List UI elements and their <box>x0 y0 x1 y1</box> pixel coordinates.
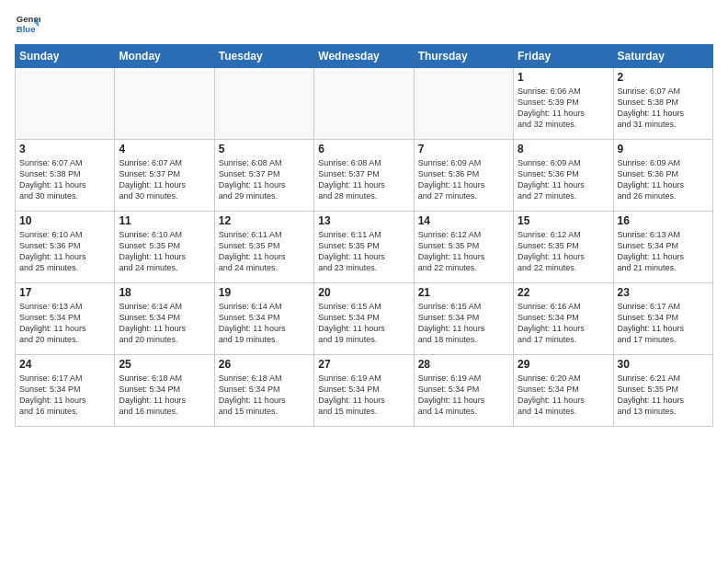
calendar-cell: 2Sunrise: 6:07 AM Sunset: 5:38 PM Daylig… <box>613 68 712 140</box>
calendar-cell: 5Sunrise: 6:08 AM Sunset: 5:37 PM Daylig… <box>214 140 313 212</box>
calendar-cell: 19Sunrise: 6:14 AM Sunset: 5:34 PM Dayli… <box>214 283 313 355</box>
day-info: Sunrise: 6:09 AM Sunset: 5:36 PM Dayligh… <box>418 157 509 202</box>
logo-icon: General Blue <box>15 11 40 37</box>
weekday-header-row: SundayMondayTuesdayWednesdayThursdayFrid… <box>16 45 713 68</box>
day-number: 10 <box>19 214 110 227</box>
day-info: Sunrise: 6:06 AM Sunset: 5:39 PM Dayligh… <box>518 86 609 131</box>
day-number: 3 <box>19 143 110 155</box>
day-number: 16 <box>618 214 709 227</box>
day-number: 21 <box>418 286 509 299</box>
day-number: 6 <box>318 143 409 155</box>
day-info: Sunrise: 6:16 AM Sunset: 5:34 PM Dayligh… <box>518 301 609 346</box>
day-number: 9 <box>618 143 709 155</box>
svg-text:Blue: Blue <box>17 24 36 34</box>
day-info: Sunrise: 6:14 AM Sunset: 5:34 PM Dayligh… <box>219 301 310 346</box>
calendar-page: General Blue SundayMondayTuesdayWednesda… <box>0 0 728 563</box>
calendar-cell: 11Sunrise: 6:10 AM Sunset: 5:35 PM Dayli… <box>115 212 214 283</box>
week-row-5: 24Sunrise: 6:17 AM Sunset: 5:34 PM Dayli… <box>16 355 713 427</box>
calendar-cell: 7Sunrise: 6:09 AM Sunset: 5:36 PM Daylig… <box>414 140 513 212</box>
day-info: Sunrise: 6:19 AM Sunset: 5:34 PM Dayligh… <box>318 373 409 418</box>
day-number: 1 <box>518 71 609 84</box>
day-number: 19 <box>219 286 310 299</box>
day-info: Sunrise: 6:17 AM Sunset: 5:34 PM Dayligh… <box>19 373 110 418</box>
calendar-cell: 6Sunrise: 6:08 AM Sunset: 5:37 PM Daylig… <box>314 140 414 212</box>
day-number: 18 <box>119 286 210 299</box>
calendar-cell <box>16 68 115 140</box>
calendar-cell: 1Sunrise: 6:06 AM Sunset: 5:39 PM Daylig… <box>514 68 613 140</box>
calendar-cell: 8Sunrise: 6:09 AM Sunset: 5:36 PM Daylig… <box>514 140 613 212</box>
day-info: Sunrise: 6:18 AM Sunset: 5:34 PM Dayligh… <box>119 373 210 418</box>
day-info: Sunrise: 6:14 AM Sunset: 5:34 PM Dayligh… <box>119 301 210 346</box>
day-number: 8 <box>518 143 609 155</box>
day-number: 5 <box>219 143 310 155</box>
day-number: 2 <box>618 71 709 84</box>
day-info: Sunrise: 6:12 AM Sunset: 5:35 PM Dayligh… <box>418 229 509 274</box>
day-number: 27 <box>318 358 409 371</box>
calendar-cell: 10Sunrise: 6:10 AM Sunset: 5:36 PM Dayli… <box>16 212 115 283</box>
day-number: 14 <box>418 214 509 227</box>
calendar-cell: 15Sunrise: 6:12 AM Sunset: 5:35 PM Dayli… <box>514 212 613 283</box>
day-info: Sunrise: 6:18 AM Sunset: 5:34 PM Dayligh… <box>219 373 310 418</box>
day-number: 29 <box>518 358 609 371</box>
week-row-4: 17Sunrise: 6:13 AM Sunset: 5:34 PM Dayli… <box>16 283 713 355</box>
calendar-cell <box>115 68 214 140</box>
weekday-header-saturday: Saturday <box>613 45 712 68</box>
day-number: 11 <box>119 214 210 227</box>
day-number: 24 <box>19 358 110 371</box>
weekday-header-wednesday: Wednesday <box>314 45 414 68</box>
weekday-header-thursday: Thursday <box>414 45 513 68</box>
page-header: General Blue <box>15 11 713 37</box>
calendar-cell: 14Sunrise: 6:12 AM Sunset: 5:35 PM Dayli… <box>414 212 513 283</box>
day-info: Sunrise: 6:08 AM Sunset: 5:37 PM Dayligh… <box>318 157 409 202</box>
day-info: Sunrise: 6:10 AM Sunset: 5:36 PM Dayligh… <box>19 229 110 274</box>
calendar-cell: 21Sunrise: 6:15 AM Sunset: 5:34 PM Dayli… <box>414 283 513 355</box>
calendar-cell: 20Sunrise: 6:15 AM Sunset: 5:34 PM Dayli… <box>314 283 414 355</box>
calendar-table: SundayMondayTuesdayWednesdayThursdayFrid… <box>15 44 713 427</box>
calendar-cell: 17Sunrise: 6:13 AM Sunset: 5:34 PM Dayli… <box>16 283 115 355</box>
day-info: Sunrise: 6:07 AM Sunset: 5:37 PM Dayligh… <box>119 157 210 202</box>
calendar-cell: 13Sunrise: 6:11 AM Sunset: 5:35 PM Dayli… <box>314 212 414 283</box>
day-info: Sunrise: 6:17 AM Sunset: 5:34 PM Dayligh… <box>618 301 709 346</box>
calendar-cell: 25Sunrise: 6:18 AM Sunset: 5:34 PM Dayli… <box>115 355 214 427</box>
day-info: Sunrise: 6:09 AM Sunset: 5:36 PM Dayligh… <box>518 157 609 202</box>
calendar-cell: 3Sunrise: 6:07 AM Sunset: 5:38 PM Daylig… <box>16 140 115 212</box>
weekday-header-monday: Monday <box>115 45 214 68</box>
week-row-3: 10Sunrise: 6:10 AM Sunset: 5:36 PM Dayli… <box>16 212 713 283</box>
day-number: 13 <box>318 214 409 227</box>
calendar-cell <box>314 68 414 140</box>
weekday-header-friday: Friday <box>514 45 613 68</box>
day-info: Sunrise: 6:12 AM Sunset: 5:35 PM Dayligh… <box>518 229 609 274</box>
day-number: 28 <box>418 358 509 371</box>
calendar-cell: 22Sunrise: 6:16 AM Sunset: 5:34 PM Dayli… <box>514 283 613 355</box>
day-number: 22 <box>518 286 609 299</box>
calendar-cell: 24Sunrise: 6:17 AM Sunset: 5:34 PM Dayli… <box>16 355 115 427</box>
calendar-cell: 27Sunrise: 6:19 AM Sunset: 5:34 PM Dayli… <box>314 355 414 427</box>
day-info: Sunrise: 6:11 AM Sunset: 5:35 PM Dayligh… <box>318 229 409 274</box>
day-info: Sunrise: 6:15 AM Sunset: 5:34 PM Dayligh… <box>418 301 509 346</box>
calendar-cell: 9Sunrise: 6:09 AM Sunset: 5:36 PM Daylig… <box>613 140 712 212</box>
day-number: 26 <box>219 358 310 371</box>
day-info: Sunrise: 6:15 AM Sunset: 5:34 PM Dayligh… <box>318 301 409 346</box>
day-number: 4 <box>119 143 210 155</box>
calendar-cell: 29Sunrise: 6:20 AM Sunset: 5:34 PM Dayli… <box>514 355 613 427</box>
day-info: Sunrise: 6:09 AM Sunset: 5:36 PM Dayligh… <box>618 157 709 202</box>
day-number: 15 <box>518 214 609 227</box>
calendar-cell: 30Sunrise: 6:21 AM Sunset: 5:35 PM Dayli… <box>613 355 712 427</box>
day-info: Sunrise: 6:10 AM Sunset: 5:35 PM Dayligh… <box>119 229 210 274</box>
day-info: Sunrise: 6:20 AM Sunset: 5:34 PM Dayligh… <box>518 373 609 418</box>
day-info: Sunrise: 6:08 AM Sunset: 5:37 PM Dayligh… <box>219 157 310 202</box>
calendar-cell: 12Sunrise: 6:11 AM Sunset: 5:35 PM Dayli… <box>214 212 313 283</box>
logo: General Blue <box>15 11 40 37</box>
calendar-cell: 16Sunrise: 6:13 AM Sunset: 5:34 PM Dayli… <box>613 212 712 283</box>
day-number: 7 <box>418 143 509 155</box>
calendar-cell: 26Sunrise: 6:18 AM Sunset: 5:34 PM Dayli… <box>214 355 313 427</box>
weekday-header-sunday: Sunday <box>16 45 115 68</box>
day-number: 25 <box>119 358 210 371</box>
day-info: Sunrise: 6:07 AM Sunset: 5:38 PM Dayligh… <box>618 86 709 131</box>
day-number: 23 <box>618 286 709 299</box>
calendar-cell: 23Sunrise: 6:17 AM Sunset: 5:34 PM Dayli… <box>613 283 712 355</box>
day-number: 30 <box>618 358 709 371</box>
week-row-1: 1Sunrise: 6:06 AM Sunset: 5:39 PM Daylig… <box>16 68 713 140</box>
day-number: 20 <box>318 286 409 299</box>
calendar-cell: 4Sunrise: 6:07 AM Sunset: 5:37 PM Daylig… <box>115 140 214 212</box>
